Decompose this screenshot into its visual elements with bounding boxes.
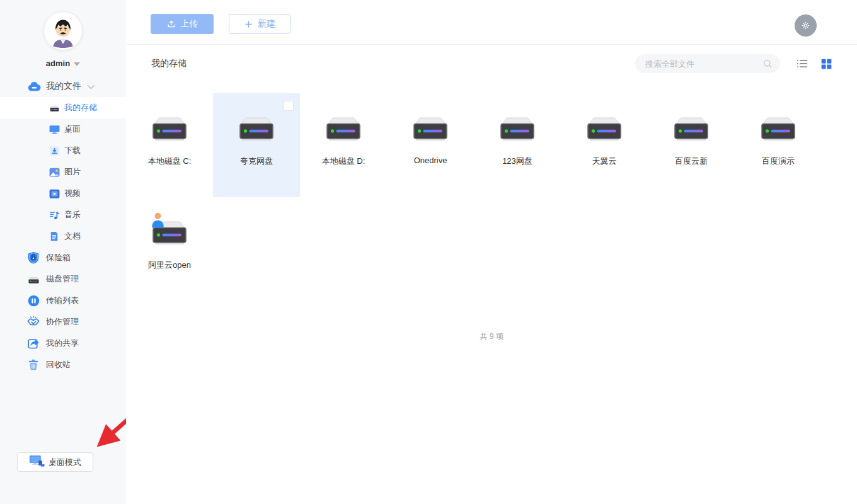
drive-label: 本地磁盘 C: — [126, 156, 213, 167]
username: admin — [46, 59, 70, 68]
chevron-down-icon — [74, 62, 80, 66]
plus-icon — [244, 20, 253, 29]
drive-tile[interactable]: Onedrive — [387, 93, 474, 197]
tile-checkbox[interactable] — [284, 101, 294, 111]
drive-tile[interactable]: 阿里云open — [126, 197, 213, 301]
transfer-icon — [26, 294, 40, 307]
sidebar-item[interactable]: 下载 — [0, 140, 126, 161]
drive-label: Onedrive — [387, 156, 474, 165]
sidebar-item[interactable]: 保险箱 — [0, 247, 126, 268]
drive-label: 本地磁盘 D: — [300, 156, 387, 167]
download-icon — [48, 145, 60, 157]
main-area: 上传 新建 我的存储 — [126, 0, 857, 504]
drive-tile[interactable]: 本地磁盘 C: — [126, 93, 213, 197]
sidebar-item-label: 传输列表 — [46, 295, 79, 306]
list-view-icon[interactable] — [795, 57, 809, 71]
drive-icon — [500, 117, 535, 142]
trash-icon — [26, 358, 40, 371]
drive-label: 百度演示 — [735, 156, 822, 167]
drive-icon — [239, 117, 274, 142]
sidebar-item[interactable]: 桌面 — [0, 118, 126, 140]
drive-tile[interactable]: 夸克网盘 — [213, 93, 300, 197]
drive-tile[interactable]: 123网盘 — [474, 93, 561, 197]
drive-icon — [152, 220, 187, 246]
sidebar-item-label: 磁盘管理 — [46, 273, 79, 285]
sidebar-item[interactable]: 图片 — [0, 161, 126, 183]
drive-label: 百度云新 — [648, 156, 735, 167]
drive-label: 阿里云open — [126, 260, 213, 271]
sidebar-item-label: 回收站 — [46, 359, 71, 370]
item-count: 共 9 项 — [126, 331, 857, 342]
grid-view-icon[interactable] — [820, 57, 833, 71]
search-icon — [762, 58, 773, 72]
share-icon — [26, 337, 40, 350]
drive-icon — [674, 117, 709, 142]
settings-button[interactable] — [795, 14, 817, 37]
sidebar-menu: 我的文件 我的存储 桌面 下载 图片 视频 — [0, 76, 126, 375]
page-title: 我的存储 — [151, 58, 187, 69]
sidebar-item-label: 视频 — [64, 188, 81, 199]
new-label: 新建 — [258, 18, 275, 30]
disk-icon — [26, 273, 40, 286]
sidebar-item-label: 我的存储 — [64, 102, 97, 113]
collaboration-icon — [26, 315, 40, 329]
drive-tile[interactable]: 本地磁盘 D: — [300, 93, 387, 197]
drive-label: 123网盘 — [474, 156, 561, 167]
drive-tile[interactable]: 百度演示 — [735, 93, 822, 197]
music-icon — [48, 209, 60, 221]
desktop-mode-icon — [29, 455, 45, 469]
search-box — [635, 54, 780, 73]
document-icon — [48, 231, 60, 242]
sidebar-item-label: 下载 — [64, 145, 81, 156]
drive-icon — [587, 117, 622, 142]
desktop-mode-button[interactable]: 桌面模式 — [17, 452, 93, 472]
drive-tile[interactable]: 百度云新 — [648, 93, 735, 197]
sidebar-item[interactable]: 回收站 — [0, 354, 126, 375]
video-icon — [48, 188, 60, 200]
sidebar-tool-items: 保险箱 磁盘管理 传输列表 协作管理 我的共享 回收站 — [0, 247, 126, 375]
search-input[interactable] — [635, 54, 780, 73]
sidebar-item[interactable]: 文档 — [0, 226, 126, 247]
sidebar-item[interactable]: 传输列表 — [0, 290, 126, 311]
avatar[interactable] — [43, 11, 83, 50]
sidebar-item[interactable]: 协作管理 — [0, 311, 126, 333]
desktop-mode-label: 桌面模式 — [49, 457, 81, 468]
drive-icon — [413, 117, 448, 142]
drive-icon — [152, 117, 187, 142]
sidebar: admin 我的文件 我的存储 桌面 下载 图片 — [0, 0, 126, 504]
new-button[interactable]: 新建 — [229, 14, 290, 34]
chevron-down-icon — [88, 82, 95, 89]
content-header: 我的存储 — [126, 45, 857, 83]
sidebar-item[interactable]: 视频 — [0, 183, 126, 204]
upload-button[interactable]: 上传 — [151, 14, 214, 34]
sidebar-item-label: 音乐 — [64, 209, 81, 220]
sidebar-item-label: 桌面 — [64, 123, 81, 135]
drive-label: 夸克网盘 — [213, 156, 300, 167]
sidebar-item[interactable]: 音乐 — [0, 204, 126, 226]
sidebar-item-label: 保险箱 — [46, 252, 71, 263]
sidebar-item-label: 我的文件 — [46, 81, 81, 92]
sidebar-item-label: 文档 — [64, 231, 81, 242]
drive-icon — [326, 117, 361, 142]
cloud-icon — [26, 79, 42, 94]
upload-icon — [166, 19, 176, 29]
sidebar-item-my-files[interactable]: 我的文件 — [0, 76, 126, 97]
upload-label: 上传 — [181, 18, 198, 30]
sidebar-item-label: 我的共享 — [46, 338, 79, 349]
sidebar-item-label: 协作管理 — [46, 316, 79, 328]
sidebar-item[interactable]: 我的存储 — [0, 97, 126, 118]
drive-tile[interactable]: 天翼云 — [561, 93, 648, 197]
storage-icon — [48, 102, 60, 114]
sidebar-item[interactable]: 我的共享 — [0, 333, 126, 354]
sidebar-file-items: 我的存储 桌面 下载 图片 视频 音乐 — [0, 97, 126, 247]
topbar: 上传 新建 — [126, 0, 857, 45]
drive-icon — [761, 117, 796, 142]
drive-grid: 本地磁盘 C: — [126, 93, 857, 301]
safe-icon — [26, 251, 40, 265]
desktop-icon — [48, 123, 60, 135]
user-menu[interactable]: admin — [0, 59, 126, 68]
picture-icon — [48, 166, 60, 178]
user-badge-icon — [151, 212, 165, 231]
sidebar-item-label: 图片 — [64, 166, 81, 178]
sidebar-item[interactable]: 磁盘管理 — [0, 268, 126, 290]
